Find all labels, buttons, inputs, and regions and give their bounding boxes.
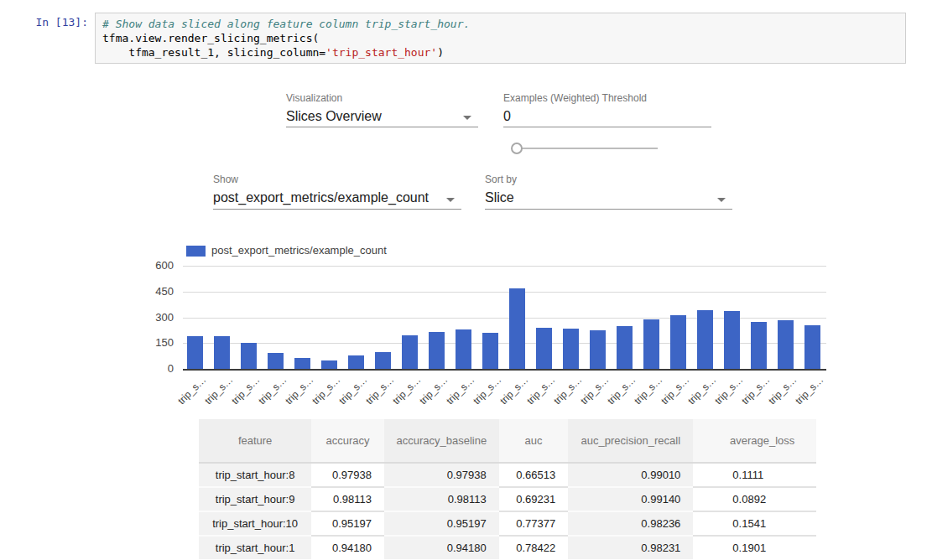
bar[interactable] <box>214 336 230 369</box>
cell-feature: trip_start_hour:1 <box>199 535 311 559</box>
bar[interactable] <box>348 355 364 369</box>
threshold-slider[interactable] <box>511 143 659 154</box>
field-underline <box>485 209 732 210</box>
bar[interactable] <box>429 332 445 369</box>
bar[interactable] <box>697 310 713 369</box>
bar[interactable] <box>321 360 337 369</box>
x-axis-label: trip_s… <box>793 374 825 407</box>
threshold-value: 0 <box>503 108 711 125</box>
cell-feature: trip_start_hour:8 <box>199 464 311 486</box>
column-header-accuracy-baseline[interactable]: accuracy_baseline <box>384 419 499 464</box>
cell-auc-precision-recall: 0.98231 <box>568 535 693 559</box>
visualization-select[interactable]: Visualization Slices Overview <box>286 92 478 127</box>
show-metric-select[interactable]: Show post_export_metrics/example_count <box>213 174 461 210</box>
field-underline <box>286 127 478 127</box>
x-axis-label: trip_s… <box>417 374 450 407</box>
slider-track[interactable] <box>517 148 658 149</box>
cell-feature: trip_start_hour:9 <box>199 486 311 511</box>
code-comment: # Show data sliced along feature column … <box>102 18 470 30</box>
bar[interactable] <box>751 322 767 369</box>
x-axis-baseline <box>183 369 826 371</box>
column-header-auc-precision-recall[interactable]: auc_precision_recall <box>568 419 693 464</box>
table-row: trip_start_hour:1 0.94180 0.94180 0.7842… <box>199 535 816 559</box>
code-line-3: tfma_result_1, slicing_column= <box>102 46 325 59</box>
bar[interactable] <box>670 315 686 369</box>
table-row: trip_start_hour:10 0.95197 0.95197 0.773… <box>199 511 816 535</box>
x-axis-label: trip_s… <box>283 374 315 407</box>
x-axis-label: trip_s… <box>605 374 638 407</box>
chevron-down-icon[interactable] <box>463 116 471 120</box>
x-axis-label: trip_s… <box>739 374 772 407</box>
x-axis-label: trip_s… <box>256 374 289 407</box>
cell-accuracy: 0.94180 <box>311 535 384 559</box>
cell-feature: trip_start_hour:10 <box>199 511 311 535</box>
x-axis-label: trip_s… <box>471 374 503 407</box>
sort-by-label: Sort by <box>485 174 732 185</box>
column-header-average-loss[interactable]: average_loss <box>693 419 816 464</box>
cell-accuracy: 0.95197 <box>311 511 384 535</box>
code-editor[interactable]: # Show data sliced along feature column … <box>95 13 906 64</box>
bar[interactable] <box>617 326 633 369</box>
bar[interactable] <box>643 319 659 369</box>
column-header-feature[interactable]: feature <box>199 419 311 464</box>
sort-by-value: Slice <box>485 189 732 206</box>
bar[interactable] <box>187 336 203 369</box>
bar[interactable] <box>241 343 257 369</box>
bar[interactable] <box>294 358 310 369</box>
y-axis-tick-label: 150 <box>154 337 174 349</box>
chevron-down-icon[interactable] <box>717 198 726 202</box>
bar[interactable] <box>778 320 794 369</box>
table-row: trip_start_hour:9 0.98113 0.98113 0.6923… <box>199 486 816 511</box>
bar[interactable] <box>590 330 606 369</box>
chevron-down-icon[interactable] <box>446 198 455 202</box>
notebook-page: In [13]: # Show data sliced along featur… <box>0 0 932 560</box>
cell-average-loss: 0.0892 <box>693 486 816 511</box>
cell-auc-precision-recall: 0.99010 <box>568 464 693 486</box>
bar[interactable] <box>536 328 552 369</box>
y-axis-tick-label: 600 <box>154 260 174 272</box>
bar[interactable] <box>509 288 525 369</box>
code-line-2: tfma.view.render_slicing_metrics( <box>102 32 319 44</box>
cell-accuracy-baseline: 0.95197 <box>384 511 499 535</box>
sort-by-select[interactable]: Sort by Slice <box>485 174 732 210</box>
gridline <box>183 266 826 267</box>
x-axis-label: trip_s… <box>310 374 342 407</box>
bar[interactable] <box>804 325 820 369</box>
cell-accuracy-baseline: 0.94180 <box>384 535 499 559</box>
x-axis-label: trip_s… <box>444 374 476 407</box>
x-axis-label: trip_s… <box>524 374 557 407</box>
bar[interactable] <box>563 329 579 369</box>
legend-label: post_export_metrics/example_count <box>211 244 387 257</box>
slider-knob[interactable] <box>511 143 523 154</box>
code-string-literal: 'trip_start_hour' <box>325 46 437 59</box>
bar[interactable] <box>375 352 391 369</box>
cell-accuracy-baseline: 0.98113 <box>384 486 499 511</box>
x-axis-label: trip_s… <box>202 374 235 407</box>
threshold-input[interactable]: Examples (Weighted) Threshold 0 <box>503 92 711 127</box>
field-underline <box>503 127 711 127</box>
cell-average-loss: 0.1901 <box>693 535 816 559</box>
cell-accuracy: 0.97938 <box>311 464 384 486</box>
cell-accuracy-baseline: 0.97938 <box>384 464 499 486</box>
bar[interactable] <box>268 353 284 369</box>
visualization-value: Slices Overview <box>286 108 478 125</box>
x-axis-label: trip_s… <box>175 374 208 407</box>
code-line-3-close: ) <box>437 46 444 59</box>
cell-execution-prompt: In [13]: <box>0 16 88 29</box>
x-axis-label: trip_s… <box>336 374 369 407</box>
cell-auc-precision-recall: 0.99140 <box>568 486 693 511</box>
x-axis-label: trip_s… <box>229 374 262 407</box>
bar[interactable] <box>482 333 498 369</box>
column-header-accuracy[interactable]: accuracy <box>311 419 384 464</box>
x-axis-label: trip_s… <box>578 374 611 407</box>
bar-chart: post_export_metrics/example_count 015030… <box>154 241 835 406</box>
table-row: trip_start_hour:8 0.97938 0.97938 0.6651… <box>199 464 816 486</box>
y-axis-tick-label: 0 <box>154 363 174 375</box>
show-label: Show <box>213 174 461 185</box>
bar[interactable] <box>724 311 740 369</box>
column-header-auc[interactable]: auc <box>499 419 569 464</box>
x-axis-label: trip_s… <box>497 374 530 407</box>
x-axis-label: trip_s… <box>632 374 664 407</box>
bar[interactable] <box>456 329 471 369</box>
bar[interactable] <box>402 335 418 369</box>
